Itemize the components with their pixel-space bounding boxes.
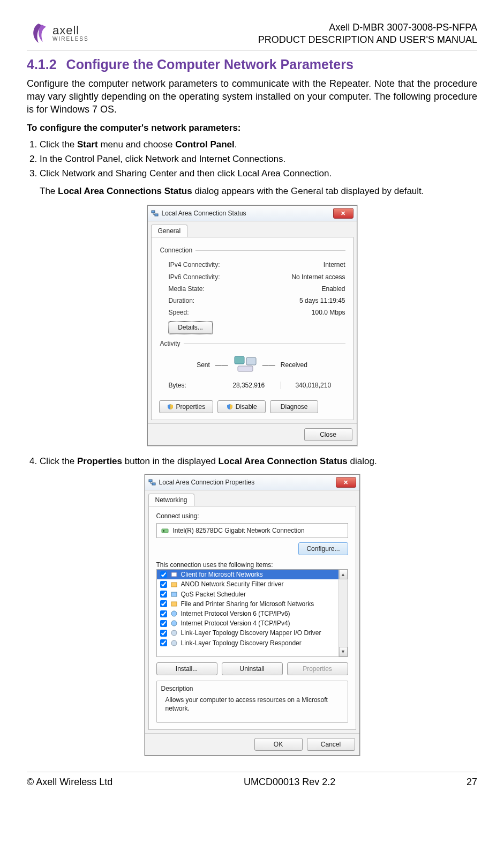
svg-point-13 — [171, 611, 177, 616]
cancel-button[interactable]: Cancel — [307, 738, 355, 751]
svg-rect-8 — [163, 530, 164, 532]
install-button[interactable]: Install... — [156, 662, 217, 675]
protocol-icon — [170, 620, 178, 627]
list-item[interactable]: Internet Protocol Version 4 (TCP/IPv4) — [157, 618, 348, 628]
list-item[interactable]: Link-Layer Topology Discovery Responder — [157, 638, 348, 648]
dialog-status-title: Local Area Connection Status — [162, 209, 246, 218]
ok-button[interactable]: OK — [254, 738, 303, 751]
item-checkbox[interactable] — [160, 610, 167, 617]
svg-point-16 — [171, 640, 177, 646]
diagnose-button[interactable]: Diagnose — [270, 400, 318, 413]
network-icon — [151, 210, 159, 217]
adapter-name: Intel(R) 82578DC Gigabit Network Connect… — [173, 526, 305, 535]
activity-graphic: Sent —— —— Received — [159, 352, 345, 380]
list-item[interactable]: Client for Microsoft Networks — [157, 570, 348, 579]
service-icon — [170, 600, 178, 608]
received-label: Received — [281, 361, 307, 369]
page-footer: © Axell Wireless Ltd UMCD00013 Rev 2.2 2… — [27, 772, 477, 788]
logo-text: axell WIRELESS — [52, 24, 89, 42]
item-checkbox[interactable] — [160, 581, 167, 588]
protocol-icon — [170, 639, 178, 647]
svg-rect-11 — [171, 592, 177, 596]
doc-id: Axell D-MBR 3007-3008-PS-NFPA — [258, 21, 477, 34]
item-checkbox[interactable] — [160, 630, 167, 637]
item-checkbox[interactable] — [160, 591, 167, 598]
row-speed: Speed:100.0 Mbps — [159, 307, 345, 318]
list-item[interactable]: QoS Packet Scheduler — [157, 590, 348, 599]
computers-icon — [234, 355, 257, 375]
svg-rect-10 — [171, 583, 177, 587]
group-activity: Activity Sent —— —— Received Bytes: 28,3… — [159, 339, 345, 395]
list-item[interactable]: File and Printer Sharing for Microsoft N… — [157, 599, 348, 609]
tab-body: Connect using: Intel(R) 82578DC Gigabit … — [148, 506, 356, 730]
group-connection-legend: Connection — [159, 246, 196, 255]
footer-page: 27 — [467, 775, 477, 788]
action-buttons: Properties Disable Diagnose — [159, 400, 345, 413]
list-item[interactable]: Link-Layer Topology Discovery Mapper I/O… — [157, 628, 348, 638]
service-icon — [170, 571, 178, 578]
steps-list: Click the Start menu and choose Control … — [27, 139, 477, 180]
scroll-up-icon[interactable]: ▲ — [339, 570, 348, 579]
close-button-footer[interactable]: Close — [304, 428, 352, 441]
svg-rect-5 — [149, 480, 152, 482]
tab-body: Connection IPv4 Connectivity:Internet IP… — [151, 237, 353, 420]
configure-button[interactable]: Configure... — [298, 542, 348, 555]
close-button[interactable]: ✕ — [333, 208, 353, 219]
item-checkbox[interactable] — [160, 571, 167, 578]
tab-general[interactable]: General — [151, 225, 188, 237]
bytes-sent: 28,352,916 — [217, 381, 281, 390]
item-checkbox[interactable] — [160, 620, 167, 627]
svg-rect-2 — [235, 356, 244, 364]
step-4: Click the Properties button in the displ… — [40, 456, 477, 468]
items-list[interactable]: Client for Microsoft Networks ANOD Netwo… — [156, 569, 348, 657]
row-duration: Duration:5 days 11:19:45 — [159, 295, 345, 307]
close-button[interactable]: ✕ — [336, 477, 356, 488]
svg-rect-4 — [238, 366, 253, 371]
bytes-label: Bytes: — [169, 381, 217, 390]
step-3-note: The Local Area Connections Status dialog… — [40, 185, 477, 198]
svg-point-14 — [171, 621, 177, 626]
properties-button[interactable]: Properties — [159, 400, 214, 413]
dialog-properties: Local Area Connection Properties ✕ Netwo… — [145, 474, 360, 756]
uninstall-button[interactable]: Uninstall — [222, 662, 283, 675]
doc-title: PRODUCT DESCRIPTION AND USER'S MANUAL — [258, 34, 477, 46]
scrollbar[interactable]: ▲ ▼ — [338, 570, 348, 656]
network-icon — [148, 479, 156, 486]
svg-point-15 — [171, 630, 177, 636]
sent-label: Sent — [197, 361, 210, 369]
item-properties-button[interactable]: Properties — [287, 662, 348, 675]
step-2: In the Control Panel, click Network and … — [40, 153, 477, 166]
svg-rect-6 — [152, 483, 155, 485]
adapter-field[interactable]: Intel(R) 82578DC Gigabit Network Connect… — [156, 523, 348, 538]
svg-rect-7 — [162, 529, 168, 533]
service-icon — [170, 581, 178, 588]
row-media: Media State:Enabled — [159, 283, 345, 295]
service-icon — [170, 591, 178, 598]
tab-row: Networking — [145, 490, 359, 506]
logo-brand: axell — [52, 24, 89, 36]
list-item[interactable]: ANOD Network Security Filter driver — [157, 579, 348, 589]
dialog-properties-title: Local Area Connection Properties — [159, 478, 255, 487]
item-checkbox[interactable] — [160, 600, 167, 607]
footer-left: © Axell Wireless Ltd — [27, 775, 112, 788]
description-box: Description Allows your computer to acce… — [156, 681, 348, 723]
bytes-row: Bytes: 28,352,916 340,018,210 — [159, 380, 345, 395]
description-label: Description — [161, 684, 343, 693]
steps-list-continued: Click the Properties button in the displ… — [27, 456, 477, 468]
logo: axell WIRELESS — [27, 21, 89, 45]
tab-networking[interactable]: Networking — [148, 494, 194, 506]
details-button[interactable]: Details... — [169, 322, 213, 333]
logo-sub: WIRELESS — [52, 36, 89, 42]
dialog-status-titlebar: Local Area Connection Status ✕ — [148, 206, 357, 221]
group-connection: Connection IPv4 Connectivity:Internet IP… — [159, 246, 345, 333]
shield-icon — [227, 404, 233, 410]
item-checkbox[interactable] — [160, 639, 167, 646]
svg-rect-0 — [152, 211, 155, 213]
list-item[interactable]: Internet Protocol Version 6 (TCP/IPv6) — [157, 609, 348, 618]
adapter-icon — [161, 527, 169, 534]
disable-button[interactable]: Disable — [217, 400, 266, 413]
connect-using-label: Connect using: — [156, 512, 348, 520]
page-header: axell WIRELESS Axell D-MBR 3007-3008-PS-… — [27, 21, 477, 50]
scroll-down-icon[interactable]: ▼ — [339, 647, 348, 656]
bytes-received: 340,018,210 — [281, 381, 345, 390]
